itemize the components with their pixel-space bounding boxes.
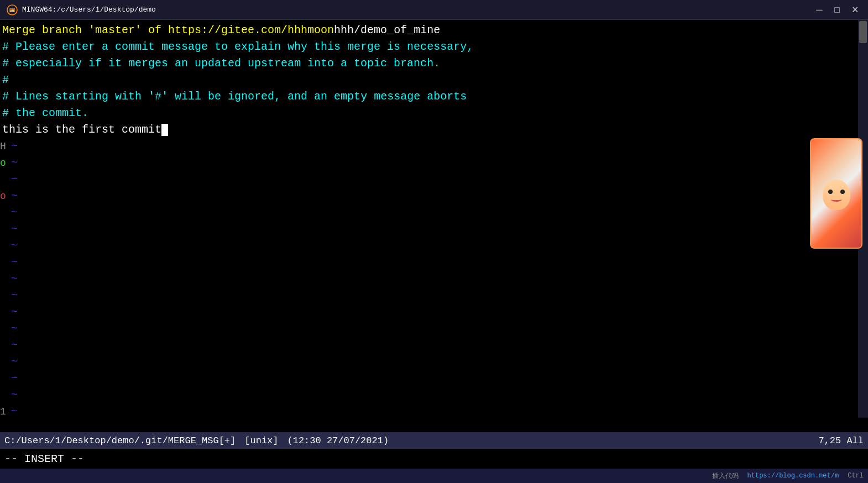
line-content: #: [0, 72, 9, 88]
close-button[interactable]: ✕: [848, 3, 861, 17]
terminal-line: # Please enter a commit message to expla…: [0, 39, 868, 55]
line-num: 1: [0, 403, 9, 420]
tilde-char: ~: [9, 238, 18, 254]
terminal-line: ~: [0, 238, 868, 254]
terminal-line: # Lines starting with '#' will be ignore…: [0, 88, 868, 105]
line-num: H: [0, 138, 9, 155]
terminal-line: o~: [0, 155, 868, 171]
tilde-char: ~: [9, 171, 18, 188]
tilde-char: ~: [9, 287, 18, 304]
terminal-icon: git: [7, 4, 18, 15]
line-content: Merge branch 'master' of https://gitee.c…: [0, 22, 440, 39]
bottom-right-text: Ctrl: [848, 472, 864, 480]
line-content: this is the first commit: [0, 122, 168, 138]
bottom-left-text: 插入代码: [712, 471, 739, 481]
tilde-char: ~: [9, 138, 18, 155]
terminal-line: # the commit.: [0, 105, 868, 122]
tilde-char: ~: [9, 254, 18, 271]
tilde-char: ~: [9, 387, 18, 403]
terminal-line: ~: [0, 354, 868, 370]
terminal-line: ~: [0, 204, 868, 221]
terminal-line: o~: [0, 188, 868, 204]
line-num: o: [0, 188, 9, 204]
terminal-line: ~: [0, 254, 868, 271]
bottom-bar: 插入代码 https://blog.csdn.net/m Ctrl: [0, 469, 868, 483]
line-num: o: [0, 155, 9, 171]
status-path: C:/Users/1/Desktop/demo/.git/MERGE_MSG[+…: [4, 435, 236, 446]
terminal-line: ~: [0, 337, 868, 354]
terminal-line: ~: [0, 304, 868, 321]
terminal-line: ~: [0, 321, 868, 337]
title-bar-controls: ─ □ ✕: [813, 3, 861, 17]
terminal-line: H~: [0, 138, 868, 155]
tilde-char: ~: [9, 221, 18, 238]
tilde-char: ~: [9, 188, 18, 204]
line-content: # Lines starting with '#' will be ignore…: [0, 88, 467, 105]
terminal-line: this is the first commit: [0, 122, 868, 138]
terminal-line: ~: [0, 387, 868, 403]
terminal-line: ~: [0, 287, 868, 304]
tilde-char: ~: [9, 204, 18, 221]
terminal-line: #: [0, 72, 868, 88]
terminal-line: Merge branch 'master' of https://gitee.c…: [0, 22, 868, 39]
tilde-char: ~: [9, 155, 18, 171]
insert-bar: -- INSERT --: [0, 449, 868, 469]
terminal-content: Merge branch 'master' of https://gitee.c…: [0, 20, 868, 432]
terminal-line: ~: [0, 171, 868, 188]
tilde-char: ~: [9, 354, 18, 370]
tilde-char: ~: [9, 321, 18, 337]
terminal-line: 1~: [0, 403, 868, 420]
line-content: # Please enter a commit message to expla…: [0, 39, 473, 55]
line-content: # the commit.: [0, 105, 88, 122]
tilde-char: ~: [9, 337, 18, 354]
title-bar-title: MINGW64:/c/Users/1/Desktop/demo: [22, 6, 156, 14]
status-position: 7,25 All: [818, 435, 864, 446]
scrollbar-thumb[interactable]: [859, 21, 867, 43]
tilde-char: ~: [9, 403, 18, 420]
text-cursor: [161, 124, 168, 136]
minimize-button[interactable]: ─: [813, 3, 826, 17]
insert-label: -- INSERT --: [4, 453, 84, 465]
bottom-link[interactable]: https://blog.csdn.net/m: [747, 472, 839, 480]
side-decoration[interactable]: 英简: [810, 138, 862, 249]
title-bar-left: git MINGW64:/c/Users/1/Desktop/demo: [7, 4, 156, 15]
tilde-char: ~: [9, 271, 18, 287]
terminal-line: ~: [0, 370, 868, 387]
terminal-line: # especially if it merges an updated ups…: [0, 55, 868, 72]
tilde-char: ~: [9, 370, 18, 387]
status-bar: C:/Users/1/Desktop/demo/.git/MERGE_MSG[+…: [0, 432, 868, 449]
maximize-button[interactable]: □: [830, 3, 844, 17]
status-datetime: (12:30 27/07/2021): [287, 435, 389, 446]
line-content: # especially if it merges an updated ups…: [0, 55, 440, 72]
status-encoding: [unix]: [244, 435, 278, 446]
title-bar: git MINGW64:/c/Users/1/Desktop/demo ─ □ …: [0, 0, 868, 20]
svg-text:git: git: [10, 8, 14, 13]
tilde-char: ~: [9, 304, 18, 321]
terminal-line: ~: [0, 271, 868, 287]
terminal-line: ~: [0, 221, 868, 238]
